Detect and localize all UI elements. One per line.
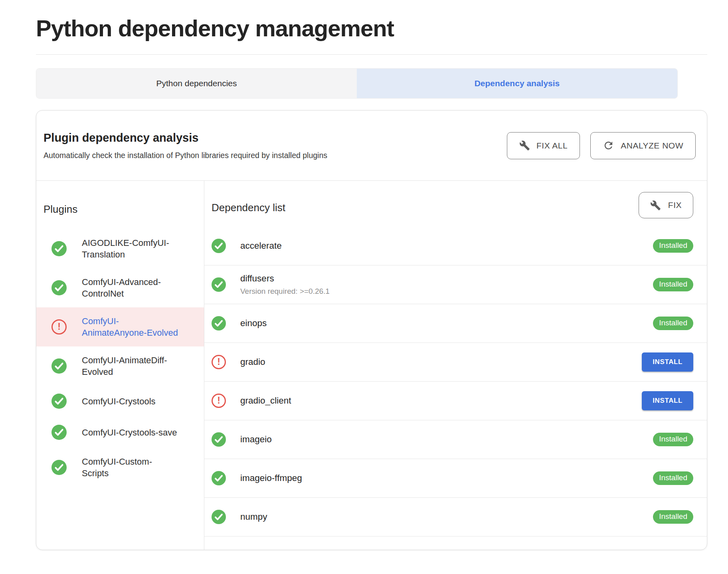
plugins-heading: Plugins — [36, 181, 204, 216]
dependency-list-tail — [204, 536, 707, 550]
dependency-row: ! einops Installed INSTALL — [204, 304, 707, 342]
dependency-name: imageio-ffmpeg — [240, 473, 302, 483]
installed-badge: Installed — [653, 278, 693, 291]
plugin-name: ComfyUI-Crystools-save — [82, 427, 178, 438]
plugins-list: ! AIGODLIKE-ComfyUI-Translation ! ComfyU… — [36, 229, 204, 487]
refresh-icon — [603, 140, 614, 151]
check-circle-icon — [51, 460, 67, 475]
plugin-item[interactable]: ! ComfyUI-AnimateDiff-Evolved — [36, 346, 204, 386]
card-body: Plugins ! AIGODLIKE-ComfyUI-Translation … — [36, 180, 707, 550]
plugin-name: AIGODLIKE-ComfyUI-Translation — [82, 237, 178, 260]
card-header-titles: Plugin dependency analysis Automatically… — [44, 131, 327, 160]
plugin-name: ComfyUI-Custom-Scripts — [82, 456, 178, 479]
dependency-status: Installed INSTALL — [653, 317, 693, 330]
installed-badge: Installed — [653, 317, 693, 330]
dependency-analysis-card: Plugin dependency analysis Automatically… — [36, 110, 707, 550]
dependency-status: Installed INSTALL — [653, 239, 693, 253]
install-button[interactable]: INSTALL — [642, 352, 693, 372]
dependency-info: gradio_client — [240, 396, 291, 406]
dependency-name: accelerate — [240, 241, 282, 251]
card-header: Plugin dependency analysis Automatically… — [36, 111, 707, 180]
dependency-name: gradio — [240, 357, 265, 367]
page-title: Python dependency management — [36, 15, 707, 42]
fix-label: FIX — [668, 200, 682, 210]
plugin-item[interactable]: ! ComfyUI-Crystools-save — [36, 417, 204, 448]
dependency-list: ! accelerate Installed INSTALL ! diffuse… — [204, 226, 707, 536]
check-circle-icon — [212, 510, 226, 524]
fix-all-label: FIX ALL — [536, 141, 568, 150]
tab-label: Python dependencies — [156, 79, 237, 88]
check-circle-icon — [51, 425, 67, 440]
check-circle-icon — [51, 241, 67, 256]
fix-button[interactable]: FIX — [639, 192, 693, 218]
check-circle-icon — [212, 471, 226, 485]
install-button[interactable]: INSTALL — [642, 391, 693, 410]
dependency-name: numpy — [240, 512, 267, 522]
dependency-name: einops — [240, 318, 267, 329]
plugin-item[interactable]: ! ComfyUI-AnimateAnyone-Evolved — [36, 307, 204, 346]
dependency-list-heading: Dependency list — [212, 202, 285, 214]
check-circle-icon — [51, 394, 67, 409]
tab-bar: Python dependencies Dependency analysis — [36, 68, 678, 99]
plugin-item[interactable]: ! ComfyUI-Crystools — [36, 386, 204, 417]
dependency-panel: Dependency list FIX ! accelerate Install… — [204, 181, 707, 550]
dependency-status: Installed INSTALL — [653, 510, 693, 524]
installed-badge: Installed — [653, 239, 693, 253]
dependency-status: Installed INSTALL — [653, 471, 693, 485]
dependency-info: accelerate — [240, 241, 282, 251]
tab-python-dependencies[interactable]: Python dependencies — [36, 69, 357, 98]
wrench-icon — [519, 140, 530, 151]
dependency-row: ! gradio_client Installed INSTALL — [204, 381, 707, 420]
dependency-name: imageio — [240, 434, 272, 445]
dependency-info: imageio-ffmpeg — [240, 473, 302, 483]
dependency-status: Installed INSTALL — [653, 433, 693, 446]
plugin-item[interactable]: ! ComfyUI-Custom-Scripts — [36, 448, 204, 487]
dependency-header: Dependency list FIX — [204, 181, 707, 221]
plugin-name: ComfyUI-AnimateAnyone-Evolved — [82, 315, 178, 338]
check-circle-icon — [212, 239, 226, 253]
plugin-name: ComfyUI-Advanced-ControlNet — [82, 276, 178, 299]
installed-badge: Installed — [653, 471, 693, 485]
dependency-row: ! numpy Installed INSTALL — [204, 497, 707, 536]
check-circle-icon — [51, 358, 67, 374]
dependency-info: gradio — [240, 357, 265, 367]
dependency-status: Installed INSTALL — [653, 278, 693, 291]
dependency-row: ! imageio-ffmpeg Installed INSTALL — [204, 459, 707, 497]
title-divider — [36, 54, 707, 55]
dependency-info: imageio — [240, 434, 272, 445]
analyze-now-button[interactable]: ANALYZE NOW — [590, 132, 696, 159]
installed-badge: Installed — [653, 433, 693, 446]
page: Python dependency management Python depe… — [0, 0, 728, 550]
check-circle-icon — [212, 316, 226, 331]
dependency-name: gradio_client — [240, 396, 291, 406]
plugin-name: ComfyUI-AnimateDiff-Evolved — [82, 354, 178, 378]
dependency-status: Installed INSTALL — [642, 352, 693, 372]
header-buttons: FIX ALL ANALYZE NOW — [507, 132, 696, 159]
dependency-name: diffusers — [240, 273, 330, 284]
dependency-row: ! diffusers Version required: >=0.26.1 I… — [204, 265, 707, 304]
dependency-version-note: Version required: >=0.26.1 — [240, 287, 330, 296]
error-circle-icon: ! — [51, 319, 67, 335]
dependency-info: diffusers Version required: >=0.26.1 — [240, 273, 330, 296]
check-circle-icon — [51, 280, 67, 295]
plugins-panel: Plugins ! AIGODLIKE-ComfyUI-Translation … — [36, 181, 204, 550]
installed-badge: Installed — [653, 510, 693, 524]
dependency-row: ! accelerate Installed INSTALL — [204, 226, 707, 265]
dependency-row: ! imageio Installed INSTALL — [204, 420, 707, 459]
dependency-info: numpy — [240, 512, 267, 522]
plugin-item[interactable]: ! AIGODLIKE-ComfyUI-Translation — [36, 229, 204, 268]
error-circle-icon: ! — [212, 355, 226, 369]
error-circle-icon: ! — [212, 394, 226, 408]
analyze-now-label: ANALYZE NOW — [621, 141, 683, 150]
check-circle-icon — [212, 277, 226, 292]
wrench-icon — [650, 200, 661, 211]
dependency-row: ! gradio Installed INSTALL — [204, 342, 707, 381]
check-circle-icon — [212, 432, 226, 447]
tab-dependency-analysis[interactable]: Dependency analysis — [357, 69, 677, 98]
card-title: Plugin dependency analysis — [44, 131, 327, 144]
plugin-name: ComfyUI-Crystools — [82, 396, 178, 407]
fix-all-button[interactable]: FIX ALL — [507, 132, 580, 159]
tab-label: Dependency analysis — [475, 79, 560, 88]
plugin-item[interactable]: ! ComfyUI-Advanced-ControlNet — [36, 268, 204, 307]
dependency-info: einops — [240, 318, 267, 329]
